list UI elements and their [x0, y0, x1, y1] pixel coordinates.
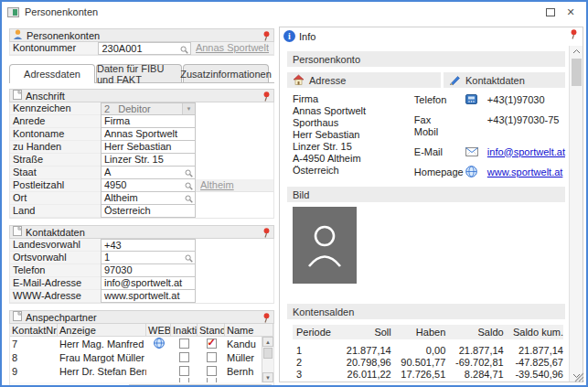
globe-icon[interactable] — [465, 166, 487, 177]
strasse-row: Straße Linzer Str. 15 — [10, 154, 273, 167]
inaktiv-checkbox[interactable] — [179, 366, 189, 376]
contact-row[interactable] — [10, 378, 273, 382]
kontoname-input[interactable]: Annas Sportwelt — [101, 127, 196, 141]
pin-icon[interactable] — [262, 91, 271, 103]
www-input[interactable]: www.sportwelt.at — [101, 289, 196, 303]
account-name-link[interactable]: Annas Sportwelt — [196, 42, 269, 54]
fax-info-label: Fax — [414, 114, 465, 125]
resize-grip[interactable] — [574, 372, 584, 384]
scrollbar-thumb[interactable] — [263, 348, 273, 359]
house-icon — [293, 74, 305, 87]
postleitzahl-row: Postleitzahl 4950 Altheim — [10, 179, 273, 192]
ort-link[interactable]: Altheim — [200, 179, 234, 191]
standard-checkbox[interactable] — [207, 352, 217, 362]
col-inaktiv[interactable]: Inaktiv — [171, 324, 198, 336]
contact-row[interactable]: 9 Herr Dr. Stefan Bernhard Bernh — [10, 364, 273, 378]
tab-daten-fibu-fakt[interactable]: Daten für FIBU und FAKT — [96, 64, 182, 82]
chevron-down-icon[interactable]: ▼ — [182, 103, 195, 114]
contacts-table: KontaktNr. Anzeige WEB-B. Inaktiv Stand.… — [9, 324, 274, 387]
address-block: Firma Annas Sportwelt Sporthaus Herr Seb… — [287, 93, 414, 177]
col-name[interactable]: Name — [225, 324, 273, 336]
pin-icon[interactable] — [262, 228, 271, 240]
check-icon: ✓ — [208, 337, 216, 349]
email-link[interactable]: info@sportwelt.at — [487, 146, 565, 157]
app-window: Personenkonten ✕ Personenkonten Kontonum… — [0, 0, 588, 387]
scroll-down-icon[interactable]: ▼ — [262, 372, 273, 382]
anrede-row: Anrede Firma — [10, 115, 273, 128]
zu-handen-input[interactable]: Herr Sebastian — [101, 140, 196, 154]
telefon-input[interactable]: 97030 — [101, 263, 196, 277]
ansprechpartner-section-title: Anspechpartner — [26, 312, 97, 323]
strasse-input[interactable]: Linzer Str. 15 — [101, 153, 196, 167]
kontoname-row: Kontoname Annas Sportwelt — [10, 128, 273, 141]
email-row: E-Mail-Adresse info@sportwelt.at — [10, 277, 273, 290]
pin-icon[interactable] — [262, 31, 271, 43]
staat-input[interactable]: A — [101, 166, 196, 179]
info-icon: i — [283, 30, 295, 42]
kontonummer-label: Kontonummer — [10, 42, 98, 55]
info-panel: i Info Personenkonto Adresse Kontaktdate… — [279, 27, 583, 382]
zu-handen-label: zu Handen — [10, 141, 101, 154]
envelope-icon[interactable] — [465, 147, 487, 156]
info-scrollbar[interactable] — [569, 46, 583, 382]
table-row: 2 20.798,96 90.501,77 -69.702,81 -47.825… — [293, 357, 563, 369]
col-anzeige[interactable]: Anzeige — [58, 324, 146, 336]
landesvorwahl-input[interactable]: +43 — [101, 239, 196, 252]
strasse-label: Straße — [10, 154, 101, 167]
staat-label: Staat — [10, 167, 101, 179]
standard-checkbox[interactable]: ✓ — [207, 339, 217, 349]
postleitzahl-input[interactable]: 4950 — [101, 178, 196, 192]
maximize-button[interactable] — [540, 4, 561, 20]
ort-input[interactable]: Altheim — [101, 191, 196, 205]
inaktiv-checkbox[interactable] — [179, 352, 189, 362]
col-kontaktnr[interactable]: KontaktNr. — [10, 324, 58, 336]
contact-block: Telefon +43(1)97030 Fax +43(1)97030-75 M… — [414, 93, 565, 177]
contact-row[interactable]: 8 Frau Margot Müller Müller — [10, 350, 273, 364]
ortsvorwahl-label: Ortsvorwahl — [10, 252, 101, 264]
kennzeichen-select[interactable]: 2 Debitor ▼ — [101, 102, 196, 115]
col-webb[interactable]: WEB-B. — [146, 324, 171, 336]
standard-checkbox[interactable] — [207, 366, 217, 376]
anrede-label: Anrede — [10, 115, 101, 128]
kontensalden-header: Kontensalden — [287, 304, 565, 319]
scrollbar-thumb[interactable] — [572, 59, 582, 86]
personenkonten-section-title: Personenkonten — [27, 30, 100, 41]
email-input[interactable]: info@sportwelt.at — [101, 276, 196, 290]
ortsvorwahl-input[interactable]: 1 — [101, 251, 196, 264]
tab-adressdaten[interactable]: Adressdaten — [9, 64, 95, 83]
col-haben: Haben — [391, 327, 446, 338]
contact-row[interactable]: 7 Herr Mag. Manfred Kandussi ✓ Kandu — [10, 337, 273, 350]
chevron-up-icon[interactable] — [570, 46, 583, 57]
app-icon — [7, 7, 19, 17]
contacts-scrollbar[interactable]: ▲ ▼ — [262, 337, 273, 382]
title-bar: Personenkonten ✕ — [2, 2, 586, 22]
col-standard[interactable]: Stand... — [198, 324, 225, 336]
homepage-link[interactable]: www.sportwelt.at — [487, 167, 563, 177]
www-row: WWW-Adresse www.sportwelt.at — [10, 290, 273, 303]
main-form-panel: Personenkonten Kontonummer 230A001 Annas… — [9, 28, 274, 387]
telefon-row: Telefon 97030 — [10, 264, 273, 277]
contact-photo-placeholder — [293, 207, 357, 284]
www-label: WWW-Adresse — [10, 290, 101, 303]
homepage-info-label: Homepage — [414, 167, 465, 177]
tab-zusatzinformationen[interactable]: Zusatzinformationen — [183, 64, 269, 82]
kontaktdaten-section-title: Kontaktdaten — [26, 227, 85, 238]
close-button[interactable]: ✕ — [561, 4, 581, 20]
kontonummer-input[interactable]: 230A001 — [98, 42, 190, 55]
adresse-header: Adresse — [287, 72, 441, 88]
inaktiv-checkbox[interactable] — [179, 339, 189, 349]
table-row: 3 26.011,22 17.726,51 8.284,71 -39.540,9… — [293, 369, 563, 381]
kontonummer-value: 230A001 — [102, 43, 187, 55]
search-icon[interactable] — [180, 45, 188, 57]
kontaktdaten-section: Kontaktdaten Landesvorwahl +43 Ortsvorwa… — [9, 225, 274, 304]
form-icon — [13, 226, 22, 238]
balances-table-header: Periode Soll Haben Saldo Saldo kum. — [293, 325, 563, 339]
col-saldo-kum: Saldo kum. — [504, 327, 563, 338]
bild-header: Bild — [287, 187, 565, 202]
anrede-input[interactable]: Firma — [101, 114, 196, 128]
land-input[interactable]: Österreich — [101, 204, 196, 218]
balances-table: Periode Soll Haben Saldo Saldo kum. 1 21… — [293, 325, 563, 381]
scroll-up-icon[interactable]: ▲ — [262, 337, 273, 347]
ort-row: Ort Altheim — [10, 192, 273, 205]
pin-icon[interactable] — [570, 29, 578, 41]
